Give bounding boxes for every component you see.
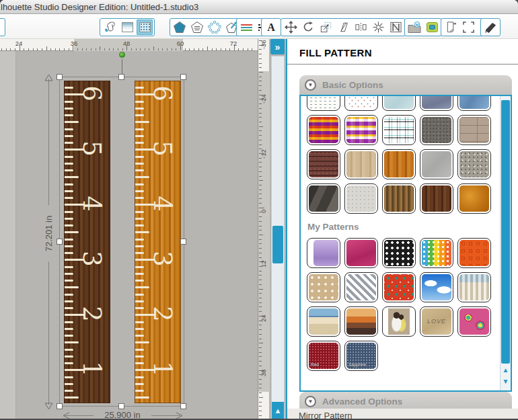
pattern-scroll-up-button[interactable]: ▲ [501,366,511,378]
rainbow-diamond-preview [422,240,451,266]
pattern-swatch-plaid-white-teal[interactable] [382,115,416,145]
pattern-swatch-blue-sky-clouds[interactable] [420,272,453,302]
pattern-swatch-gray-concrete[interactable] [420,149,453,179]
pattern-swatch-pink-paisley[interactable] [457,306,491,337]
ruler-tick [216,48,217,51]
ruler-tick [259,280,262,280]
pattern-swatch-white-diamond-dots[interactable] [344,96,378,111]
pattern-swatch-white-dots[interactable] [307,96,340,111]
ruler-tick [259,402,262,403]
beach-fence-preview [459,274,489,300]
replicate-button[interactable] [370,19,386,35]
mirror-button[interactable] [353,19,369,35]
pattern-fill-button[interactable] [137,19,153,35]
pattern-scrollbar[interactable]: ▲ ▼ [500,96,511,390]
pattern-swatch-dark-asphalt[interactable] [420,115,453,145]
pattern-swatch-gray-chevron[interactable] [344,272,378,302]
ruler-tick [259,411,262,411]
selection-handle[interactable] [118,403,124,409]
text-style-button[interactable]: A [263,19,279,35]
pattern-scrollbar-thumb[interactable] [501,100,510,364]
pattern-swatch-tan-polkadot[interactable] [307,272,340,302]
pattern-grid-viewport[interactable]: My PatternsLOVERedSapphire [305,96,497,390]
selection-handle[interactable] [57,74,63,80]
selection-handle[interactable] [118,74,124,80]
pentagon-solid-button[interactable] [172,19,188,35]
pattern-swatch-beach-dune[interactable] [307,306,340,337]
pattern-swatch-pale-blue-texture[interactable] [382,96,416,111]
rotation-handle[interactable] [119,52,125,58]
pattern-swatch-ocean-blue-texture[interactable] [457,96,491,111]
selection-handle[interactable] [180,403,186,409]
scale-button[interactable] [318,19,334,35]
beach-dune-preview [309,308,338,335]
window-title: lhouette Studio Designer Edition: Untitl… [1,2,198,12]
pattern-swatch-love-sand[interactable]: LOVE [420,306,453,337]
nest-button[interactable] [387,19,404,35]
pentagon-dots-button[interactable] [207,19,223,35]
eraser-button[interactable] [482,19,498,35]
pattern-swatch-orange-medallion[interactable] [457,238,491,268]
ruler-tick [176,48,176,51]
pattern-swatch-plaid-purple-white[interactable] [344,115,378,145]
title-bar[interactable]: lhouette Studio Designer Edition: Untitl… [0,0,518,14]
pattern-swatch-rainbow-diamond[interactable] [420,238,453,268]
selection-handle[interactable] [57,403,63,409]
pattern-swatch-red-glitter[interactable]: Red [307,341,340,371]
pattern-swatch-light-wood[interactable] [344,149,378,179]
pattern-swatch-purple-fabric[interactable] [307,238,340,268]
rotate-button[interactable] [300,19,316,35]
pattern-swatch-orange-wood[interactable] [382,149,416,179]
pattern-swatch-slate-blue-texture[interactable] [420,96,453,111]
canvas-scrollbar-thumb[interactable] [272,226,283,263]
collapse-arrow-icon[interactable]: ▼ [305,79,316,91]
clipped-toolbar-button[interactable] [0,18,5,36]
pattern-swatch-sunset-photo[interactable] [344,306,378,337]
pattern-swatch-black-diamond-knit[interactable] [382,238,416,268]
move-button[interactable] [283,19,299,35]
pattern-swatch-white-concrete[interactable] [344,183,378,214]
pattern-scroll-down-button[interactable]: ▼ [501,378,511,389]
ruler-tick [10,48,11,51]
shear-button[interactable] [335,19,351,35]
selection-bounding-box[interactable] [59,77,184,407]
ruler-tick [259,343,263,343]
pattern-swatch-amber-texture[interactable] [457,183,491,214]
collapse-arrow-icon[interactable]: ▼ [305,396,316,407]
line-color-button[interactable] [238,19,254,35]
pattern-swatch-plaid-purple-gold[interactable] [307,115,340,145]
pattern-swatch-dark-slate-stone[interactable] [307,183,340,214]
ruler-tick [259,67,262,68]
panel-expand-button[interactable]: » [270,39,285,54]
canvas-vertical-scrollbar[interactable]: ▲ [271,56,285,419]
pattern-swatch-speckled-granite[interactable] [457,149,491,179]
pattern-swatch-red-dot-floral[interactable] [382,272,416,302]
pattern-swatch-red-brick[interactable] [307,149,340,179]
canvas-scroll-up-button[interactable]: ▲ [272,402,284,419]
page-settings-button[interactable] [443,19,459,35]
selection-handle[interactable] [180,74,186,80]
pentagon-layers-button[interactable] [189,19,205,35]
basic-options-header[interactable]: ▼ Basic Options [299,75,512,95]
modify-button[interactable] [424,19,440,35]
pattern-swatch-striped-wood[interactable] [382,183,416,214]
pattern-swatch-beach-fence[interactable] [457,272,491,302]
fill-color-button[interactable] [102,19,118,35]
reg-marks-button[interactable] [460,19,476,35]
design-canvas[interactable]: 2436486072 -36-24-120122436 » ▲ 65432165… [0,39,286,419]
pattern-swatch-magenta-fabric[interactable] [344,238,378,268]
swatch-word: LOVE [422,318,451,325]
pattern-swatch-sapphire-glitter[interactable]: Sapphire [344,341,378,371]
pattern-swatch-kids-photo[interactable] [382,306,416,337]
ruler-tick [259,176,262,177]
my-patterns-label: My Patterns [305,216,494,236]
selection-handle[interactable] [180,239,186,245]
pattern-swatch-stone-pavers[interactable] [457,115,491,145]
pattern-swatch-walnut-wood[interactable] [420,183,453,214]
dimension-arrow-down-icon [44,403,53,410]
modify-icon [427,22,438,32]
gradient-fill-button[interactable] [119,19,135,35]
library-button[interactable]: M [406,19,422,35]
selection-handle[interactable] [57,239,63,245]
ruler-tick [259,135,262,136]
